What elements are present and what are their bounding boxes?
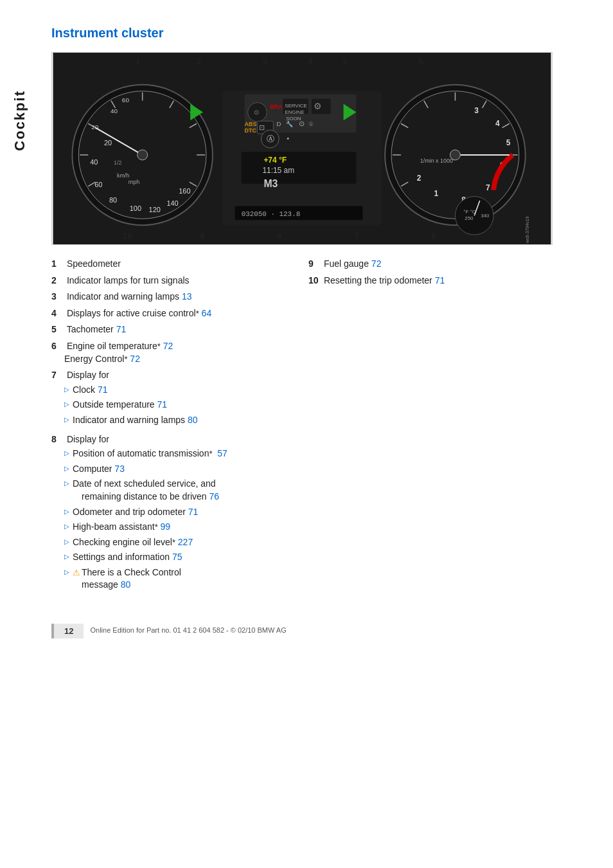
link-8-6[interactable]: 227 bbox=[178, 537, 193, 547]
svg-text:120: 120 bbox=[149, 206, 161, 213]
link-8-4[interactable]: 71 bbox=[188, 507, 199, 517]
sub-text-8-2: Computer 73 bbox=[73, 463, 125, 476]
label-num-9-bottom: 9 bbox=[200, 231, 204, 240]
link-7-1[interactable]: 71 bbox=[98, 384, 108, 395]
svg-text:M3: M3 bbox=[263, 178, 278, 189]
link-5[interactable]: 71 bbox=[116, 324, 127, 334]
list-item-7: 7 Display for ▷ Clock 71 ▷ Outside tempe… bbox=[51, 369, 308, 429]
link-8-8[interactable]: 80 bbox=[121, 579, 131, 590]
sub-item-7-3: ▷ Indicator and warning lamps 80 bbox=[64, 414, 198, 427]
label-num-3-top: 3 bbox=[263, 57, 267, 66]
page-footer: 12 Online Edition for Part no. 01 41 2 6… bbox=[51, 624, 587, 638]
sub-text-7-1: Clock 71 bbox=[73, 384, 107, 397]
svg-point-26 bbox=[138, 150, 148, 160]
sub-item-8-1: ▷ Position of automatic transmission* 57 bbox=[64, 448, 227, 460]
sub-item-7-2: ▷ Outside temperature 71 bbox=[64, 399, 198, 411]
sub-text-8-3: Date of next scheduled service, andremai… bbox=[73, 478, 219, 503]
svg-text:80: 80 bbox=[109, 196, 117, 204]
list-text-4: Displays for active cruise control* 64 bbox=[64, 307, 211, 320]
svg-text:DTC: DTC bbox=[245, 127, 257, 134]
svg-text:mph: mph bbox=[129, 179, 139, 185]
sub-item-8-2: ▷ Computer 73 bbox=[64, 463, 227, 476]
svg-text:1: 1 bbox=[434, 190, 439, 199]
svg-text:40: 40 bbox=[111, 107, 118, 114]
label-num-1-top: 1 bbox=[136, 57, 140, 66]
svg-text:🔧: 🔧 bbox=[286, 120, 294, 128]
sub-text-8-6: Checking engine oil level* 227 bbox=[73, 536, 193, 549]
triangle-icon-8-5: ▷ bbox=[64, 522, 69, 531]
link-7-3[interactable]: 80 bbox=[188, 415, 198, 425]
list-item-10: 10 Resetting the trip odometer 71 bbox=[308, 275, 587, 287]
list-text-10: Resetting the trip odometer 71 bbox=[321, 275, 445, 287]
list-item-9: 9 Fuel gauge 72 bbox=[308, 258, 587, 271]
svg-text:⚙: ⚙ bbox=[314, 101, 322, 111]
main-content: Instrument cluster 1 2 3 4 2 5 bbox=[39, 0, 613, 664]
list-item-8: 8 Display for ▷ Position of automatic tr… bbox=[51, 433, 308, 595]
svg-text:20: 20 bbox=[104, 139, 112, 147]
list-num-1: 1 bbox=[51, 258, 64, 271]
sub-text-7-2: Outside temperature 71 bbox=[73, 399, 167, 411]
svg-text:160: 160 bbox=[179, 187, 190, 195]
link-8-3[interactable]: 76 bbox=[209, 491, 219, 502]
list-text-5: Tachometer 71 bbox=[64, 323, 126, 336]
svg-text:032050 · 123.8: 032050 · 123.8 bbox=[242, 210, 301, 218]
link-9[interactable]: 72 bbox=[371, 258, 382, 269]
page-title: Instrument cluster bbox=[51, 26, 587, 41]
sidebar-cockpit-label: Cockpit bbox=[12, 90, 31, 151]
sub-item-8-7: ▷ Settings and information 75 bbox=[64, 551, 227, 564]
link-6a[interactable]: 72 bbox=[163, 341, 173, 351]
svg-text:•: • bbox=[287, 134, 289, 142]
sub-text-8-4: Odometer and trip odometer 71 bbox=[73, 506, 198, 519]
label-num-8-bottom: 8 bbox=[277, 231, 281, 240]
link-8-1[interactable]: 57 bbox=[217, 448, 227, 458]
svg-point-76 bbox=[450, 150, 460, 160]
list-num-9: 9 bbox=[308, 258, 321, 271]
link-3[interactable]: 13 bbox=[182, 291, 192, 302]
svg-text:°F  °C: °F °C bbox=[463, 209, 475, 215]
svg-text:3: 3 bbox=[474, 106, 479, 115]
list-text-1: Speedometer bbox=[64, 258, 121, 271]
svg-rect-50 bbox=[242, 152, 357, 184]
list-num-8: 8 bbox=[51, 433, 64, 446]
svg-text:100: 100 bbox=[130, 204, 141, 212]
cluster-svg: 20 40 60 80 100 120 140 160 20 40 60 km/… bbox=[52, 53, 552, 244]
svg-text:40: 40 bbox=[90, 158, 98, 166]
svg-text:60: 60 bbox=[122, 96, 130, 104]
list-num-6: 6 bbox=[51, 340, 64, 353]
svg-text:ABS: ABS bbox=[245, 121, 257, 127]
triangle-icon-7-1: ▷ bbox=[64, 385, 69, 394]
list-text-3: Indicator and warning lamps 13 bbox=[64, 291, 191, 303]
list-text-2: Indicator lamps for turn signals bbox=[64, 275, 190, 287]
svg-text:11:15 am: 11:15 am bbox=[262, 166, 294, 175]
sub-text-8-7: Settings and information 75 bbox=[73, 551, 182, 564]
label-num-4-top: 4 bbox=[308, 57, 312, 66]
svg-text:ws6-3794v19: ws6-3794v19 bbox=[525, 217, 529, 244]
svg-text:7: 7 bbox=[486, 183, 490, 192]
link-10[interactable]: 71 bbox=[435, 275, 445, 285]
svg-text:km/h: km/h bbox=[117, 172, 129, 179]
label-num-2-top-left: 2 bbox=[197, 57, 201, 66]
link-4[interactable]: 64 bbox=[202, 308, 212, 318]
sub-item-8-5: ▷ High-beam assistant* 99 bbox=[64, 521, 227, 534]
list-container: 1 Speedometer 2 Indicator lamps for turn… bbox=[51, 258, 587, 598]
sub-item-8-3: ▷ Date of next scheduled service, andrem… bbox=[64, 478, 227, 503]
svg-text:+74 °F: +74 °F bbox=[263, 156, 287, 165]
list-text-8: Display for bbox=[64, 433, 109, 446]
link-6b[interactable]: 72 bbox=[130, 354, 140, 364]
sub-item-8-8: ▷ ⚠There is a Check Controlmessage 80 bbox=[64, 566, 227, 592]
svg-text:1/2: 1/2 bbox=[114, 159, 121, 166]
link-8-2[interactable]: 73 bbox=[114, 464, 125, 474]
list-item-4: 4 Displays for active cruise control* 64 bbox=[51, 307, 308, 320]
svg-text:60: 60 bbox=[94, 181, 102, 188]
link-8-5[interactable]: 99 bbox=[161, 521, 171, 532]
link-7-2[interactable]: 71 bbox=[157, 399, 168, 410]
sub-item-8-6: ▷ Checking engine oil level* 227 bbox=[64, 536, 227, 549]
label-num-10-bottom: 10 bbox=[123, 231, 132, 240]
list-item-1: 1 Speedometer bbox=[51, 258, 308, 271]
sub-text-8-8: ⚠There is a Check Controlmessage 80 bbox=[73, 566, 181, 592]
sub-text-8-1: Position of automatic transmission* 57 bbox=[73, 448, 227, 460]
list-num-3: 3 bbox=[51, 291, 64, 303]
triangle-icon-8-4: ▷ bbox=[64, 507, 69, 516]
link-8-7[interactable]: 75 bbox=[172, 552, 182, 562]
triangle-icon-8-1: ▷ bbox=[64, 449, 69, 458]
